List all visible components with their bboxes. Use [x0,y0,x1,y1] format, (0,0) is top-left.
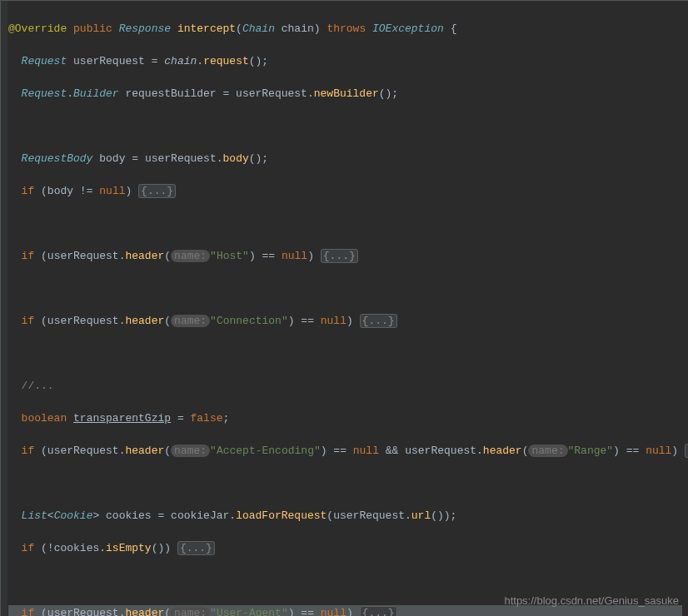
comment: //... [22,380,54,392]
code-line: boolean transparentGzip = false; [8,410,682,427]
empty-line [8,216,682,232]
fold-marker[interactable]: {...} [177,541,215,555]
param-hint: name: [171,607,210,617]
param-hint: name: [171,445,210,457]
fold-marker[interactable]: {...} [360,606,397,617]
code-line: RequestBody body = userRequest.body(); [8,151,682,167]
annotation: @Override [8,22,67,35]
code-line: @Override public Response intercept(Chai… [8,21,682,37]
code-line: if (body != null) {...} [8,183,682,200]
code-line: Request.Builder requestBuilder = userReq… [8,86,682,102]
code-editor[interactable]: @Override public Response intercept(Chai… [0,0,688,616]
code-line: if (!cookies.isEmpty()) {...} [8,540,682,557]
empty-line [8,573,682,589]
code-area[interactable]: @Override public Response intercept(Chai… [8,4,682,616]
code-line: if (userRequest.header(name:"Connection"… [8,313,682,330]
param-hint: name: [528,445,567,457]
param-hint: name: [171,250,210,262]
empty-line [8,345,682,362]
empty-line [8,475,682,492]
fold-marker[interactable]: {...} [360,314,397,328]
gutter [1,1,7,616]
code-line: Request userRequest = chain.request(); [8,53,682,70]
code-line: if (userRequest.header(name:"Accept-Enco… [8,443,682,460]
empty-line [8,118,682,135]
code-line: if (userRequest.header(name:"Host") == n… [8,248,682,265]
fold-marker[interactable]: {...} [685,444,688,458]
param-hint: name: [171,315,210,327]
empty-line [8,281,682,297]
code-line: List<Cookie> cookies = cookieJar.loadFor… [8,508,682,524]
code-line: //... [8,378,682,395]
fold-marker[interactable]: {...} [321,249,358,263]
fold-marker[interactable]: {...} [138,184,176,198]
watermark: https://blog.csdn.net/Genius_sasuke [504,593,679,609]
